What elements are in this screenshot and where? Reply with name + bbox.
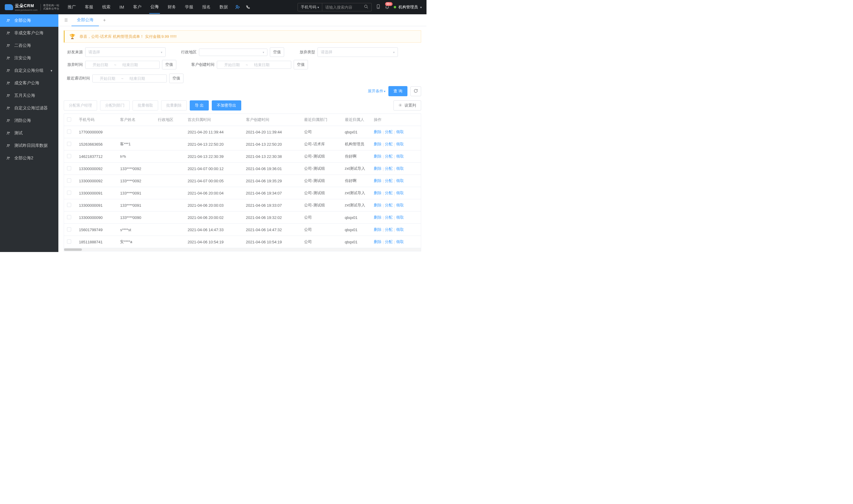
assign-dept-button[interactable]: 分配到部门 [100,101,130,110]
nav-item-4[interactable]: 客户 [132,1,143,13]
row-checkbox[interactable] [67,154,71,158]
row-delete-link[interactable]: 删除 [374,166,382,171]
create-start-date[interactable] [220,62,244,67]
create-end-date[interactable] [250,62,274,67]
row-checkbox[interactable] [67,191,71,195]
row-claim-link[interactable]: 领取 [396,142,404,147]
row-checkbox[interactable] [67,130,71,134]
row-delete-link[interactable]: 删除 [374,202,382,208]
row-assign-link[interactable]: 分配 [385,239,393,245]
sidebar-item-3[interactable]: 注安公海 [0,52,58,64]
nav-item-0[interactable]: 推广 [67,1,77,13]
assign-manager-button[interactable]: 分配客户经理 [64,101,97,110]
row-delete-link[interactable]: 删除 [374,178,382,183]
logo[interactable]: 云朵CRM www.yunduocrm.com 教育机构一站 式服务云平台 [5,3,59,11]
row-claim-link[interactable]: 领取 [396,239,404,245]
batch-claim-button[interactable]: 批量领取 [132,101,158,110]
row-delete-link[interactable]: 删除 [374,227,382,232]
row-checkbox[interactable] [67,142,71,146]
sidebar-item-5[interactable]: 成交客户公海 [0,77,58,89]
row-delete-link[interactable]: 删除 [374,190,382,196]
row-checkbox[interactable] [67,203,71,207]
sidebar-item-7[interactable]: 自定义公海过滤器 [0,102,58,114]
row-claim-link[interactable]: 领取 [396,154,404,159]
row-assign-link[interactable]: 分配 [385,202,393,208]
row-assign-link[interactable]: 分配 [385,154,393,159]
sidebar-item-9[interactable]: 测试 [0,127,58,139]
tab-add-icon[interactable]: + [99,15,110,25]
filter-region-null[interactable]: 空值 [270,47,284,57]
sidebar-item-10[interactable]: 测试昨日回库数据 [0,139,58,152]
row-assign-link[interactable]: 分配 [385,227,393,232]
nav-item-8[interactable]: 报名 [201,1,212,13]
sidebar-item-4[interactable]: 自定义公海分组▾ [0,64,58,77]
user-menu[interactable]: 机构管理员 ▾ [394,4,422,10]
bell-icon[interactable]: 99+ [385,4,389,11]
filter-last-call-null[interactable]: 空值 [169,74,183,83]
horizontal-scrollbar[interactable] [64,248,421,251]
search-type-select[interactable]: 手机号码▾ [298,3,322,11]
row-delete-link[interactable]: 删除 [374,142,382,147]
row-assign-link[interactable]: 分配 [385,142,393,147]
filter-abandon-type-select[interactable]: 请选择▾ [317,47,398,57]
filter-last-call-range[interactable]: ~ [92,74,167,83]
row-checkbox[interactable] [67,239,71,244]
phone-icon[interactable] [245,4,251,10]
sidebar-item-1[interactable]: 非成交客户公海 [0,27,58,39]
row-checkbox[interactable] [67,227,71,231]
sidebar-item-6[interactable]: 五月天公海 [0,89,58,102]
lastcall-end-date[interactable] [125,76,149,81]
search-input[interactable] [322,4,361,11]
row-assign-link[interactable]: 分配 [385,166,393,171]
nav-item-9[interactable]: 数据 [218,1,229,13]
row-claim-link[interactable]: 领取 [396,227,404,232]
filter-create-time-range[interactable]: ~ [217,61,291,69]
row-assign-link[interactable]: 分配 [385,215,393,220]
nav-item-5[interactable]: 公海 [149,1,160,14]
row-claim-link[interactable]: 领取 [396,129,404,134]
row-claim-link[interactable]: 领取 [396,190,404,196]
tabs-collapse-icon[interactable]: ☰ [61,16,72,25]
row-claim-link[interactable]: 领取 [396,215,404,220]
row-claim-link[interactable]: 领取 [396,202,404,208]
filter-abandon-time-range[interactable]: ~ [85,61,160,69]
row-delete-link[interactable]: 删除 [374,239,382,245]
row-claim-link[interactable]: 领取 [396,178,404,183]
abandon-start-date[interactable] [88,62,112,67]
row-claim-link[interactable]: 领取 [396,166,404,171]
expand-filters-link[interactable]: 展开条件▾ [368,88,385,94]
query-button[interactable]: 查 询 [388,86,407,96]
filter-create-time-null[interactable]: 空值 [294,60,308,69]
sidebar-item-8[interactable]: 消防公海 [0,114,58,127]
row-delete-link[interactable]: 删除 [374,129,382,134]
columns-button[interactable]: 设置列 [394,101,421,110]
batch-delete-button[interactable]: 批量删除 [161,101,187,110]
mobile-icon[interactable] [376,4,381,11]
abandon-end-date[interactable] [118,62,142,67]
search-icon[interactable] [361,3,371,11]
row-delete-link[interactable]: 删除 [374,154,382,159]
filter-source-select[interactable]: 请选择▾ [85,47,166,57]
row-assign-link[interactable]: 分配 [385,178,393,183]
filter-abandon-time-null[interactable]: 空值 [162,60,176,69]
row-checkbox[interactable] [67,166,71,170]
nav-item-6[interactable]: 财务 [166,1,177,13]
sidebar-item-2[interactable]: 二咨公海 [0,39,58,52]
select-all-checkbox[interactable] [67,118,71,122]
row-assign-link[interactable]: 分配 [385,129,393,134]
filter-region-select[interactable]: ▾ [199,49,268,56]
row-checkbox[interactable] [67,215,71,219]
nav-item-2[interactable]: 线索 [101,1,112,13]
lastcall-start-date[interactable] [96,76,120,81]
row-delete-link[interactable]: 删除 [374,215,382,220]
row-assign-link[interactable]: 分配 [385,190,393,196]
sidebar-item-0[interactable]: 全部公海 [0,14,58,27]
tab-all-sea[interactable]: 全部公海 [72,14,99,26]
export-button[interactable]: 导 出 [190,101,209,110]
export-unencrypted-button[interactable]: 不加密导出 [212,101,241,110]
row-checkbox[interactable] [67,178,71,183]
nav-item-1[interactable]: 客服 [84,1,94,13]
nav-item-3[interactable]: IM [118,1,125,13]
sidebar-item-11[interactable]: 全部公海2 [0,152,58,164]
refresh-icon[interactable] [411,86,421,96]
